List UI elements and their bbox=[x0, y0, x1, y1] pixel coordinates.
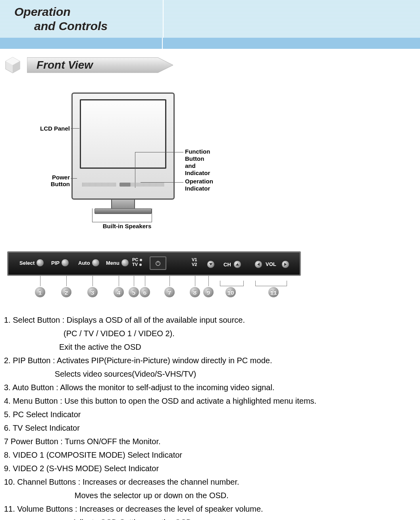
svg-marker-9 bbox=[284, 263, 287, 266]
desc-line: Moves the selector up or down on the OSD… bbox=[4, 489, 420, 502]
triangle-down-icon bbox=[209, 262, 213, 266]
pc-indicator-icon bbox=[140, 259, 142, 261]
tv-indicator-icon bbox=[139, 264, 142, 266]
badge-9: 9 bbox=[203, 287, 214, 297]
hex-bullet-icon bbox=[3, 56, 22, 75]
badge-10: 10 bbox=[225, 287, 236, 297]
triangle-up-icon bbox=[235, 262, 239, 266]
power-button[interactable] bbox=[150, 256, 166, 270]
auto-button-icon bbox=[92, 259, 100, 267]
volume-up-button[interactable] bbox=[281, 260, 289, 268]
select-button[interactable]: Select bbox=[19, 259, 44, 267]
badge-6: 6 bbox=[140, 287, 150, 297]
ch-label: CH bbox=[223, 262, 231, 268]
volume-down-button[interactable] bbox=[254, 260, 262, 268]
header-title-line1: Operation bbox=[14, 5, 163, 19]
control-panel: Select PIP Auto Menu PC TV V1 V2 CH VOL bbox=[7, 251, 301, 276]
select-button-label: Select bbox=[19, 260, 35, 266]
front-button-strip bbox=[119, 183, 131, 187]
pc-indicator-label: PC bbox=[132, 257, 138, 262]
v2-indicator-label: V2 bbox=[192, 262, 197, 267]
triangle-right-icon bbox=[283, 262, 287, 266]
callout-function-button: Function Button and Indicator bbox=[185, 148, 237, 177]
desc-line: (PC / TV / VIDEO 1 / VIDEO 2). bbox=[4, 327, 420, 340]
channel-up-button[interactable] bbox=[233, 260, 241, 268]
desc-line: 1. Select Button : Displays a OSD of all… bbox=[4, 313, 420, 327]
auto-button-label: Auto bbox=[78, 260, 90, 266]
svg-marker-6 bbox=[209, 263, 212, 266]
desc-line: 6. TV Select Indicator bbox=[4, 421, 420, 435]
callout-operation-indicator: Operation Indicator bbox=[185, 178, 237, 192]
header-title-block: Operation and Controls bbox=[0, 0, 163, 38]
desc-line: 9. VIDEO 2 (S-VHS MODE) Select Indicator bbox=[4, 462, 420, 475]
triangle-left-icon bbox=[256, 262, 260, 266]
callout-power-button: Power Button bbox=[33, 174, 70, 187]
desc-line: 4. Menu Button : Use this button to open… bbox=[4, 394, 420, 408]
desc-line: 11. Volume Buttons : Increases or decrea… bbox=[4, 502, 420, 516]
desc-line: Exit the active the OSD bbox=[4, 340, 420, 354]
section-heading-row: Front View bbox=[3, 54, 420, 77]
badge-8: 8 bbox=[190, 287, 200, 297]
pip-button-label: PIP bbox=[51, 260, 60, 266]
callout-lcd-panel: LCD Panel bbox=[33, 125, 70, 132]
tv-indicator-label: TV bbox=[132, 262, 138, 267]
badge-4: 4 bbox=[114, 287, 124, 297]
section-heading-text: Front View bbox=[27, 59, 93, 71]
monitor-stand-base bbox=[94, 208, 152, 214]
vol-label: VOL bbox=[266, 261, 276, 267]
page-header: Operation and Controls bbox=[0, 0, 420, 38]
speaker-left-icon bbox=[82, 183, 116, 187]
desc-line: 2. PIP Button : Activates PIP(Picture-in… bbox=[4, 354, 420, 367]
select-button-icon bbox=[36, 259, 44, 267]
menu-button[interactable]: Menu bbox=[106, 259, 129, 267]
header-split-bar bbox=[0, 38, 420, 49]
menu-button-icon bbox=[121, 259, 129, 267]
auto-button[interactable]: Auto bbox=[78, 259, 100, 267]
header-title-line2: and Controls bbox=[14, 19, 163, 33]
descriptions-list: 1. Select Button : Displays a OSD of all… bbox=[4, 313, 420, 520]
badge-1: 1 bbox=[35, 287, 45, 297]
badge-11: 11 bbox=[268, 287, 279, 297]
svg-marker-8 bbox=[257, 263, 260, 266]
svg-marker-7 bbox=[236, 263, 239, 266]
pip-button[interactable]: PIP bbox=[51, 259, 69, 267]
badge-7: 7 bbox=[164, 287, 175, 297]
pc-tv-indicators: PC TV bbox=[132, 257, 142, 267]
desc-line: 8. VIDEO 1 (COMPOSITE MODE) Select Indic… bbox=[4, 448, 420, 462]
section-heading-arrow: Front View bbox=[27, 56, 174, 74]
control-panel-block: Select PIP Auto Menu PC TV V1 V2 CH VOL bbox=[7, 251, 301, 304]
channel-up-group: CH bbox=[223, 260, 241, 268]
desc-line: Selects video sources(Video/S-VHS/TV) bbox=[4, 367, 420, 381]
power-icon bbox=[154, 260, 162, 267]
desc-line: 3. Auto Button : Allows the monitor to s… bbox=[4, 381, 420, 394]
lcd-screen bbox=[80, 99, 166, 169]
badge-2: 2 bbox=[61, 287, 71, 297]
pip-button-icon bbox=[61, 259, 69, 267]
monitor-diagram: LCD Panel Power Button Function Button a… bbox=[0, 92, 302, 243]
badge-row: 1 2 3 4 5 6 7 8 9 10 11 bbox=[7, 276, 301, 304]
menu-button-label: Menu bbox=[106, 260, 119, 266]
channel-down-button[interactable] bbox=[207, 260, 215, 268]
callout-speakers: Built-in Speakers bbox=[87, 223, 167, 229]
v1-indicator-label: V1 bbox=[192, 257, 197, 262]
badge-3: 3 bbox=[87, 287, 98, 297]
badge-5: 5 bbox=[129, 287, 139, 297]
desc-line: 5. PC Select Indicator bbox=[4, 408, 420, 421]
v1-v2-indicators: V1 V2 bbox=[192, 257, 197, 267]
desc-line: 10. Channel Buttons : Increases or decre… bbox=[4, 475, 420, 489]
header-right-banner bbox=[163, 0, 420, 38]
monitor-body bbox=[71, 92, 175, 200]
desc-line: Adjusts OSD Settings on the OSD. bbox=[4, 516, 420, 520]
desc-line: 7 Power Button : Turns ON/OFF the Monito… bbox=[4, 435, 420, 448]
